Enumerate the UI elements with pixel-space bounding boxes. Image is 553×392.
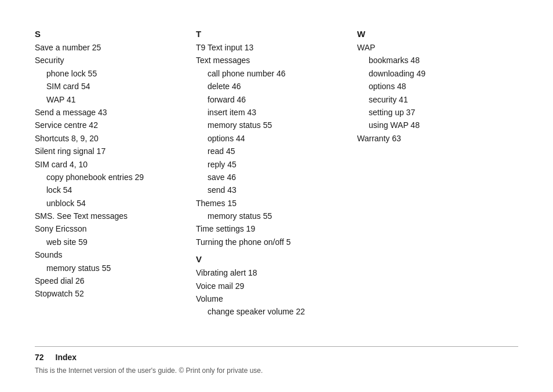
entry-col-s-0-10: copy phonebook entries 29 — [35, 171, 184, 184]
entry-col-tv-0-6: memory status 55 — [196, 119, 345, 131]
page-label: Index — [56, 353, 77, 362]
page-number: 72 — [35, 353, 44, 362]
entry-col-s-0-5: Send a message 43 — [35, 106, 184, 119]
entry-col-w-0-1: bookmarks 48 — [357, 54, 507, 67]
entry-col-s-0-2: phone lock 55 — [35, 67, 184, 80]
entry-col-tv-0-11: send 43 — [196, 184, 345, 196]
entry-col-tv-0-1: Text messages — [196, 54, 345, 67]
entry-col-tv-0-0: T9 Text input 13 — [196, 41, 345, 54]
entry-col-s-0-9: SIM card 4, 10 — [35, 158, 184, 171]
entry-col-tv-0-3: delete 46 — [196, 80, 345, 93]
entry-col-s-0-19: Stopwatch 52 — [35, 287, 184, 300]
entry-col-s-0-11: lock 54 — [35, 184, 184, 196]
entry-col-w-0-6: using WAP 48 — [357, 119, 507, 131]
entry-col-s-0-18: Speed dial 26 — [35, 274, 184, 287]
page: SSave a number 25Securityphone lock 55SI… — [0, 0, 553, 392]
entry-col-tv-0-10: save 46 — [196, 171, 345, 184]
content-area: SSave a number 25Securityphone lock 55SI… — [35, 29, 518, 318]
entry-col-w-0-3: options 48 — [357, 80, 507, 93]
col-w: WWAPbookmarks 48downloading 49options 48… — [357, 29, 518, 145]
col-s: SSave a number 25Securityphone lock 55SI… — [35, 29, 196, 301]
footer-page-line: 72 Index — [35, 353, 518, 362]
footer: 72 Index This is the Internet version of… — [35, 346, 518, 375]
entry-col-tv-0-13: memory status 55 — [196, 210, 345, 222]
entry-col-tv-0-12: Themes 15 — [196, 197, 345, 210]
entry-col-tv-1-2: Volume — [196, 292, 345, 305]
col-tv: TT9 Text input 13Text messagescall phone… — [196, 29, 357, 318]
entry-col-tv-0-15: Turning the phone on/off 5 — [196, 236, 345, 248]
entry-col-tv-0-7: options 44 — [196, 132, 345, 145]
section-header-v: V — [196, 254, 345, 264]
footer-legal: This is the Internet version of the user… — [35, 367, 518, 375]
entry-col-w-0-4: security 41 — [357, 93, 507, 106]
entry-col-tv-1-1: Voice mail 29 — [196, 280, 345, 292]
entry-col-s-0-14: Sony Ericsson — [35, 222, 184, 235]
entry-col-tv-0-5: insert item 43 — [196, 106, 345, 119]
entry-col-tv-0-8: read 45 — [196, 145, 345, 157]
entry-col-w-0-2: downloading 49 — [357, 67, 507, 80]
entry-col-s-0-17: memory status 55 — [35, 262, 184, 274]
entry-col-tv-1-0: Vibrating alert 18 — [196, 266, 345, 279]
section-header-s: S — [35, 29, 184, 39]
entry-col-s-0-1: Security — [35, 54, 184, 67]
entry-col-tv-0-2: call phone number 46 — [196, 67, 345, 80]
entry-col-s-0-13: SMS. See Text messages — [35, 210, 184, 222]
entry-col-tv-1-3: change speaker volume 22 — [196, 305, 345, 318]
entry-col-w-0-0: WAP — [357, 41, 507, 54]
entry-col-s-0-16: Sounds — [35, 248, 184, 261]
entry-col-tv-0-9: reply 45 — [196, 158, 345, 171]
entry-col-s-0-12: unblock 54 — [35, 197, 184, 210]
entry-col-tv-0-4: forward 46 — [196, 93, 345, 106]
footer-divider — [35, 346, 518, 347]
entry-col-w-0-5: setting up 37 — [357, 106, 507, 119]
entry-col-w-0-7: Warranty 63 — [357, 132, 507, 145]
entry-col-s-0-3: SIM card 54 — [35, 80, 184, 93]
section-header-w: W — [357, 29, 507, 39]
entry-col-s-0-0: Save a number 25 — [35, 41, 184, 54]
section-header-t: T — [196, 29, 345, 39]
entry-col-s-0-15: web site 59 — [35, 236, 184, 248]
entry-col-tv-0-14: Time settings 19 — [196, 222, 345, 235]
entry-col-s-0-8: Silent ring signal 17 — [35, 145, 184, 157]
entry-col-s-0-7: Shortcuts 8, 9, 20 — [35, 132, 184, 145]
entry-col-s-0-4: WAP 41 — [35, 93, 184, 106]
entry-col-s-0-6: Service centre 42 — [35, 119, 184, 131]
